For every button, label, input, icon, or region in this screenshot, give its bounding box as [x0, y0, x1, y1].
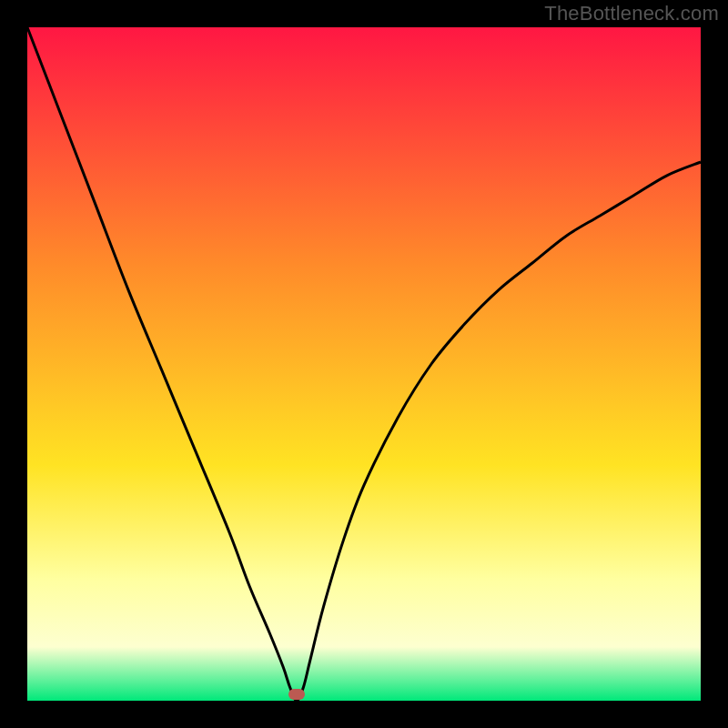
optimal-point-marker: [288, 689, 305, 700]
bottleneck-curve: [27, 27, 701, 701]
curve-path: [27, 27, 701, 701]
chart-outer-frame: TheBottleneck.com: [0, 0, 728, 728]
attribution-text: TheBottleneck.com: [544, 2, 719, 25]
plot-area: [27, 27, 701, 701]
